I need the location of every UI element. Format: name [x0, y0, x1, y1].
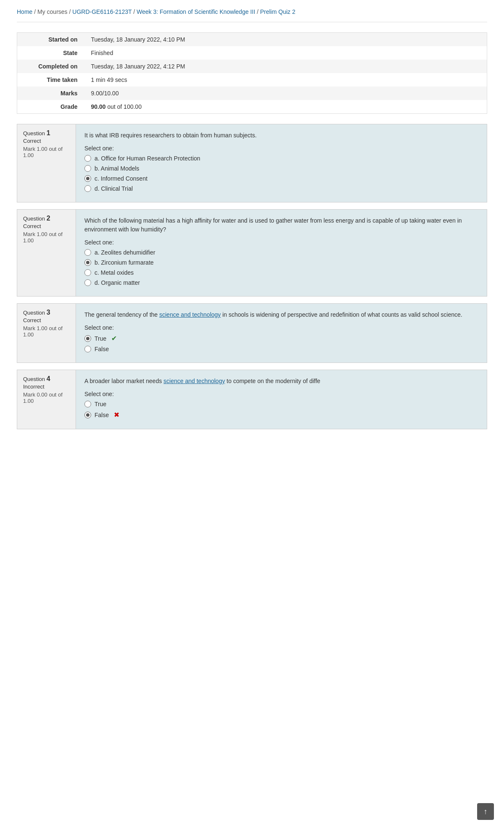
option-4-0[interactable]: True	[84, 401, 478, 407]
option-3-1[interactable]: False	[84, 346, 478, 352]
breadcrumb-week[interactable]: Week 3: Formation of Scientific Knowledg…	[136, 8, 255, 15]
option-2-2[interactable]: c. Metal oxides	[84, 269, 478, 276]
summary-label: State	[17, 46, 84, 60]
option-label: c. Informed Consent	[94, 175, 147, 182]
incorrect-cross-icon: ✖	[114, 411, 119, 419]
option-label: False	[94, 412, 109, 418]
questions-container: Question 1CorrectMark 1.00 out of 1.00It…	[17, 124, 487, 429]
select-one-2: Select one:	[84, 239, 478, 246]
summary-value: 1 min 49 secs	[84, 73, 487, 87]
option-1-0[interactable]: a. Office for Human Research Protection	[84, 155, 478, 162]
select-one-3: Select one:	[84, 324, 478, 331]
option-2-3[interactable]: d. Organic matter	[84, 279, 478, 286]
summary-value: Finished	[84, 46, 487, 60]
summary-value: 90.00 out of 100.00	[84, 100, 487, 114]
summary-label: Started on	[17, 33, 84, 47]
question-status-1: Correct	[23, 138, 70, 144]
option-label: d. Clinical Trial	[94, 185, 133, 192]
summary-value: 9.00/10.00	[84, 87, 487, 100]
correct-check-icon: ✔	[111, 334, 117, 342]
option-2-1[interactable]: b. Zirconium furmarate	[84, 259, 478, 266]
question-content-2: Which of the following material has a hi…	[76, 210, 487, 296]
select-one-4: Select one:	[84, 391, 478, 397]
question-text-1: It is what IRB requires researchers to o…	[84, 131, 478, 140]
radio-button[interactable]	[84, 279, 91, 286]
question-sidebar-1: Question 1CorrectMark 1.00 out of 1.00	[17, 124, 76, 202]
question-sidebar-2: Question 2CorrectMark 1.00 out of 1.00	[17, 210, 76, 296]
option-1-3[interactable]: d. Clinical Trial	[84, 185, 478, 192]
question-sidebar-3: Question 3CorrectMark 1.00 out of 1.00	[17, 304, 76, 362]
question-block-4: Question 4IncorrectMark 0.00 out of 1.00…	[17, 370, 487, 429]
radio-button[interactable]	[84, 249, 91, 256]
summary-label: Time taken	[17, 73, 84, 87]
option-1-2[interactable]: c. Informed Consent	[84, 175, 478, 182]
radio-button[interactable]	[84, 165, 91, 172]
option-4-1[interactable]: False✖	[84, 411, 478, 419]
question-status-3: Correct	[23, 317, 70, 323]
question-number-4: Question 4	[23, 375, 70, 383]
option-label: a. Zeolites dehumidifier	[94, 249, 155, 256]
question-content-1: It is what IRB requires researchers to o…	[76, 124, 487, 202]
option-label: True	[94, 335, 106, 342]
option-label: True	[94, 401, 106, 407]
option-2-0[interactable]: a. Zeolites dehumidifier	[84, 249, 478, 256]
summary-label: Marks	[17, 87, 84, 100]
option-label: a. Office for Human Research Protection	[94, 155, 200, 162]
summary-label: Grade	[17, 100, 84, 114]
radio-button[interactable]	[84, 412, 91, 418]
option-label: c. Metal oxides	[94, 269, 134, 276]
question-block-2: Question 2CorrectMark 1.00 out of 1.00Wh…	[17, 209, 487, 297]
question-number-1: Question 1	[23, 129, 70, 137]
summary-table: Started onTuesday, 18 January 2022, 4:10…	[17, 32, 487, 114]
question-number-3: Question 3	[23, 309, 70, 316]
breadcrumb-course[interactable]: UGRD-GE6116-2123T	[72, 8, 131, 15]
question-text-2: Which of the following material has a hi…	[84, 216, 478, 234]
select-one-1: Select one:	[84, 145, 478, 152]
summary-value: Tuesday, 18 January 2022, 4:12 PM	[84, 60, 487, 73]
radio-button[interactable]	[84, 259, 91, 266]
radio-button[interactable]	[84, 155, 91, 162]
question-status-2: Correct	[23, 223, 70, 229]
question-content-4: A broader labor market needs science and…	[76, 370, 487, 429]
science-technology-link[interactable]: science and technology	[163, 378, 225, 384]
breadcrumb-quiz[interactable]: Prelim Quiz 2	[260, 8, 295, 15]
option-label: d. Organic matter	[94, 279, 140, 286]
question-text-4: A broader labor market needs science and…	[84, 377, 478, 386]
radio-button[interactable]	[84, 401, 91, 407]
summary-value: Tuesday, 18 January 2022, 4:10 PM	[84, 33, 487, 47]
question-text-3: The general tendency of the science and …	[84, 310, 478, 319]
option-3-0[interactable]: True✔	[84, 334, 478, 342]
question-status-4: Incorrect	[23, 383, 70, 390]
summary-label: Completed on	[17, 60, 84, 73]
question-mark-4: Mark 0.00 out of 1.00	[23, 391, 70, 404]
question-content-3: The general tendency of the science and …	[76, 304, 487, 362]
question-mark-3: Mark 1.00 out of 1.00	[23, 325, 70, 338]
option-label: False	[94, 346, 109, 352]
radio-button[interactable]	[84, 335, 91, 342]
breadcrumb: Home / My courses / UGRD-GE6116-2123T / …	[17, 0, 487, 22]
science-technology-link[interactable]: science and technology	[159, 311, 220, 318]
question-number-2: Question 2	[23, 215, 70, 222]
radio-button[interactable]	[84, 346, 91, 352]
question-block-1: Question 1CorrectMark 1.00 out of 1.00It…	[17, 124, 487, 202]
radio-button[interactable]	[84, 269, 91, 276]
question-mark-2: Mark 1.00 out of 1.00	[23, 231, 70, 244]
question-sidebar-4: Question 4IncorrectMark 0.00 out of 1.00	[17, 370, 76, 429]
radio-button[interactable]	[84, 185, 91, 192]
option-label: b. Zirconium furmarate	[94, 259, 154, 266]
breadcrumb-home[interactable]: Home	[17, 8, 32, 15]
option-label: b. Animal Models	[94, 165, 139, 172]
option-1-1[interactable]: b. Animal Models	[84, 165, 478, 172]
question-block-3: Question 3CorrectMark 1.00 out of 1.00Th…	[17, 303, 487, 363]
radio-button[interactable]	[84, 175, 91, 182]
question-mark-1: Mark 1.00 out of 1.00	[23, 146, 70, 158]
